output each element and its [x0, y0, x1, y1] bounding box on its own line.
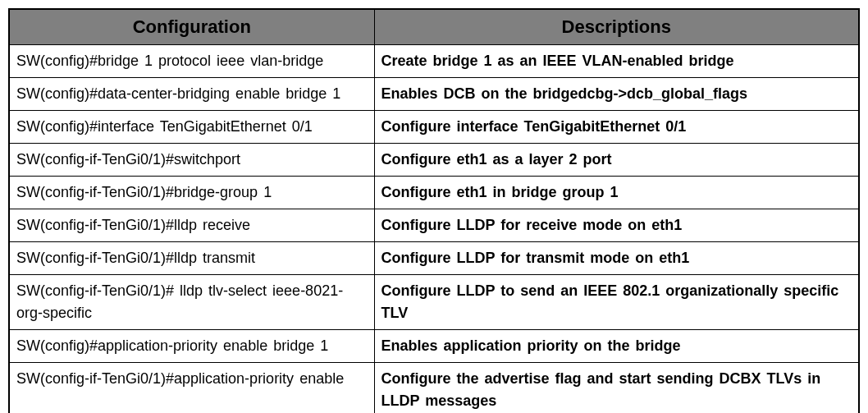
table-row: SW(config-if-TenGi0/1)#switchport Config…	[9, 144, 859, 177]
config-cell: SW(config)#data-center-bridging enable b…	[9, 78, 374, 111]
table-row: SW(config)#interface TenGigabitEthernet …	[9, 111, 859, 144]
header-configuration: Configuration	[9, 9, 374, 45]
table-body: SW(config)#bridge 1 protocol ieee vlan-b…	[9, 45, 859, 414]
config-cell: SW(config-if-TenGi0/1)#lldp receive	[9, 209, 374, 242]
config-cell: SW(config-if-TenGi0/1)#lldp transmit	[9, 242, 374, 275]
table-row: SW(config)#bridge 1 protocol ieee vlan-b…	[9, 45, 859, 78]
desc-cell: Configure interface TenGigabitEthernet 0…	[374, 111, 859, 144]
table-row: SW(config-if-TenGi0/1)#application-prior…	[9, 363, 859, 414]
desc-cell: Enables application priority on the brid…	[374, 330, 859, 363]
desc-cell: Configure eth1 as a layer 2 port	[374, 144, 859, 177]
table-row: SW(config-if-TenGi0/1)#bridge-group 1 Co…	[9, 177, 859, 209]
config-cell: SW(config-if-TenGi0/1)#bridge-group 1	[9, 177, 374, 209]
header-row: Configuration Descriptions	[9, 9, 859, 45]
table-row: SW(config-if-TenGi0/1)#lldp transmit Con…	[9, 242, 859, 275]
config-cell: SW(config-if-TenGi0/1)# lldp tlv-select …	[9, 275, 374, 330]
config-cell: SW(config)#bridge 1 protocol ieee vlan-b…	[9, 45, 374, 78]
config-cell: SW(config)#interface TenGigabitEthernet …	[9, 111, 374, 144]
table-row: SW(config-if-TenGi0/1)#lldp receive Conf…	[9, 209, 859, 242]
header-descriptions: Descriptions	[374, 9, 859, 45]
desc-cell: Configure LLDP for receive mode on eth1	[374, 209, 859, 242]
desc-cell: Create bridge 1 as an IEEE VLAN-enabled …	[374, 45, 859, 78]
desc-cell: Configure the advertise flag and start s…	[374, 363, 859, 414]
table-row: SW(config)#application-priority enable b…	[9, 330, 859, 363]
config-cell: SW(config-if-TenGi0/1)#application-prior…	[9, 363, 374, 414]
config-cell: SW(config)#application-priority enable b…	[9, 330, 374, 363]
desc-cell: Configure LLDP for transmit mode on eth1	[374, 242, 859, 275]
config-cell: SW(config-if-TenGi0/1)#switchport	[9, 144, 374, 177]
desc-cell: Enables DCB on the bridgedcbg->dcb_globa…	[374, 78, 859, 111]
table-row: SW(config-if-TenGi0/1)# lldp tlv-select …	[9, 275, 859, 330]
desc-cell: Configure LLDP to send an IEEE 802.1 org…	[374, 275, 859, 330]
config-table: Configuration Descriptions SW(config)#br…	[8, 8, 860, 413]
table-row: SW(config)#data-center-bridging enable b…	[9, 78, 859, 111]
desc-cell: Configure eth1 in bridge group 1	[374, 177, 859, 209]
